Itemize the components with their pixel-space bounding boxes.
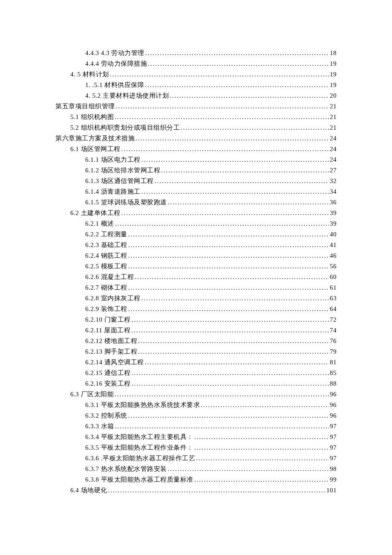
toc-entry-label: 6.1.5 篮球训练场及塑胶跑道	[85, 197, 167, 208]
toc-entry-page: 85	[330, 368, 337, 378]
toc-entry-label: 5.1 组织机构图	[70, 112, 114, 122]
toc-entry-label: 6.2.7 砌体工程	[85, 282, 127, 293]
toc-entry[interactable]: 6.1.3 场区通信管网工程 32	[55, 176, 337, 186]
toc-entry-label: 6.3 厂区太阳能	[70, 389, 114, 400]
toc-entry-page: 96	[330, 389, 337, 400]
toc-entry-page: 81	[330, 357, 337, 368]
toc-entry-label: 6.2.12 楼地面工程	[85, 336, 137, 346]
toc-entry-label: 第六章施工方案及技术措施	[55, 133, 135, 144]
toc-entry[interactable]: 6.2.5 模板工程 56	[55, 261, 337, 272]
toc-entry-label: 6.4 场地硬化	[70, 485, 107, 496]
toc-entry-page: 101	[326, 485, 337, 496]
toc-entry[interactable]: 6.4 场地硬化 101	[55, 485, 337, 496]
toc-entry-label: 4.4.4 劳动力保障措施	[85, 58, 147, 69]
toc-entry-label: 6.2.14 通风空调工程	[85, 357, 144, 368]
toc-entry[interactable]: 4.4.4 劳动力保障措施19	[55, 58, 337, 69]
toc-entry[interactable]: 4.4.3 4.3 劳动力管理18	[55, 48, 337, 58]
toc-entry-label: 6.2.9 装饰工程	[85, 304, 127, 314]
toc-entry[interactable]: 第五章项目组织管理 21	[55, 101, 337, 112]
toc-entry[interactable]: 6.3.6 .平板太阳能热水器工程操作工艺 97	[55, 453, 337, 464]
toc-entry-label: 6.2.2 工程测量	[85, 229, 127, 240]
toc-entry[interactable]: 6.2.13 脚手架工程 79	[55, 346, 337, 357]
toc-entry-page: 19	[330, 80, 337, 90]
toc-entry[interactable]: 6.1.1 场区电力工程 24	[55, 154, 337, 165]
toc-entry-label: 5.2 组织机构职责划分或项目组织分工	[70, 122, 180, 133]
toc-entry-page: 21	[330, 101, 337, 112]
toc-entry-page: 21	[330, 122, 337, 133]
toc-leader-dots	[148, 58, 329, 69]
toc-entry[interactable]: 6.1.5 篮球训练场及塑胶跑道 36	[55, 197, 337, 208]
toc-entry-label: 6.3.3 水箱	[85, 421, 114, 432]
toc-entry[interactable]: 6.1 场区管网工程 24	[55, 144, 337, 154]
toc-entry[interactable]: 6.2.14 通风空调工程 81	[55, 357, 337, 368]
toc-entry[interactable]: 6.2.6 混凝土工程 60	[55, 272, 337, 282]
toc-entry-label: 6.2.6 混凝土工程	[85, 272, 134, 282]
toc-entry-label: 4.4.3 4.3 劳动力管理	[85, 48, 144, 58]
toc-entry[interactable]: 6.3.7 热水系统配水管路安装 98	[55, 464, 337, 474]
toc-entry-page: 60	[330, 272, 337, 282]
toc-entry[interactable]: 1. .5.1 材料供应保障19	[55, 80, 337, 90]
toc-entry-label: 6.3.7 热水系统配水管路安装	[85, 464, 167, 474]
toc-entry[interactable]: 5.2 组织机构职责划分或项目组织分工 21	[55, 122, 337, 133]
toc-entry-label: 4. 5.2 主要材料进场使用计划	[85, 90, 169, 101]
toc-entry[interactable]: 4. 5 材料计划 19	[55, 69, 337, 80]
toc-entry[interactable]: 6.2.4 钢筋工程 46	[55, 250, 337, 261]
toc-entry[interactable]: 6.3.3 水箱 97	[55, 421, 337, 432]
toc-entry[interactable]: 6.3.4 平板太阳能热水工程主要机具： 97	[55, 432, 337, 442]
toc-leader-dots	[194, 432, 329, 442]
toc-leader-dots	[201, 400, 329, 410]
toc-entry[interactable]: 6.2.11 屋面工程 74	[55, 325, 337, 336]
toc-entry[interactable]: 6.2.12 楼地面工程 76	[55, 336, 337, 346]
toc-leader-dots	[138, 346, 329, 357]
toc-leader-dots	[116, 101, 329, 112]
toc-entry-label: 6.1.1 场区电力工程	[85, 154, 141, 165]
toc-entry[interactable]: 6.2.7 砌体工程 61	[55, 282, 337, 293]
toc-entry-page: 19	[330, 58, 337, 69]
toc-entry[interactable]: 6.2.2 工程测量 40	[55, 229, 337, 240]
toc-entry[interactable]: 6.2 土建单体工程 39	[55, 208, 337, 218]
toc-entry[interactable]: 6.3.1 平板太阳能换热热水系统技术要求 96	[55, 400, 337, 410]
toc-entry-label: 1. .5.1 材料供应保障	[85, 80, 144, 90]
toc-entry[interactable]: 第六章施工方案及技术措施 24	[55, 133, 337, 144]
toc-entry-page: 20	[330, 90, 337, 101]
toc-leader-dots	[128, 304, 329, 314]
toc-entry[interactable]: 6.2.16 安装工程 88	[55, 378, 337, 389]
toc-leader-dots	[135, 272, 329, 282]
toc-entry-label: 6.2.13 脚手架工程	[85, 346, 137, 357]
toc-leader-dots	[141, 293, 329, 304]
toc-entry[interactable]: 6.2.15 通信工程 85	[55, 368, 337, 378]
toc-leader-dots	[194, 442, 329, 453]
toc-leader-dots	[181, 122, 329, 133]
toc-entry[interactable]: 6.2.9 装饰工程 64	[55, 304, 337, 314]
toc-entry-page: 24	[330, 154, 337, 165]
toc-entry-page: 19	[330, 69, 337, 80]
toc-entry[interactable]: 6.1.2 场区给排水管网工程 27	[55, 165, 337, 176]
toc-leader-dots	[128, 250, 329, 261]
toc-leader-dots	[128, 261, 329, 272]
toc-entry[interactable]: 6.3.5 平板太阳能热水工程作业条件： 97	[55, 442, 337, 453]
toc-entry-label: 6.2.11 屋面工程	[85, 325, 130, 336]
toc-entry[interactable]: 5.1 组织机构图 21	[55, 112, 337, 122]
toc-entry-label: 6.1.4 沥青道路施工	[85, 186, 141, 197]
toc-entry[interactable]: 6.2.1 概述 39	[55, 218, 337, 229]
toc-leader-dots	[131, 325, 329, 336]
toc-entry[interactable]: 6.3.8 平板太阳能热水器工程质量标准 99	[55, 474, 337, 485]
toc-leader-dots	[128, 240, 329, 250]
toc-entry[interactable]: 6.3.2 控制系统 96	[55, 410, 337, 421]
toc-entry[interactable]: 6.3 厂区太阳能 96	[55, 389, 337, 400]
toc-leader-dots	[128, 229, 329, 240]
toc-entry-label: 6.2 土建单体工程	[70, 208, 121, 218]
toc-entry[interactable]: 4. 5.2 主要材料进场使用计划20	[55, 90, 337, 101]
toc-entry-label: 6.3.4 平板太阳能热水工程主要机具：	[85, 432, 193, 442]
toc-leader-dots	[121, 208, 329, 218]
toc-leader-dots	[194, 474, 329, 485]
toc-entry-page: 97	[330, 421, 337, 432]
toc-entry-page: 97	[330, 453, 337, 464]
toc-entry[interactable]: 6.1.4 沥青道路施工 34	[55, 186, 337, 197]
toc-entry[interactable]: 6.2.10 门窗工程 72	[55, 314, 337, 325]
toc-entry-label: 6.2.4 钢筋工程	[85, 250, 127, 261]
toc-entry[interactable]: 6.2.3 基础工程 41	[55, 240, 337, 250]
toc-leader-dots	[108, 485, 326, 496]
toc-entry-label: 6.1 场区管网工程	[70, 144, 121, 154]
toc-entry[interactable]: 6.2.8 室内抹灰工程 63	[55, 293, 337, 304]
